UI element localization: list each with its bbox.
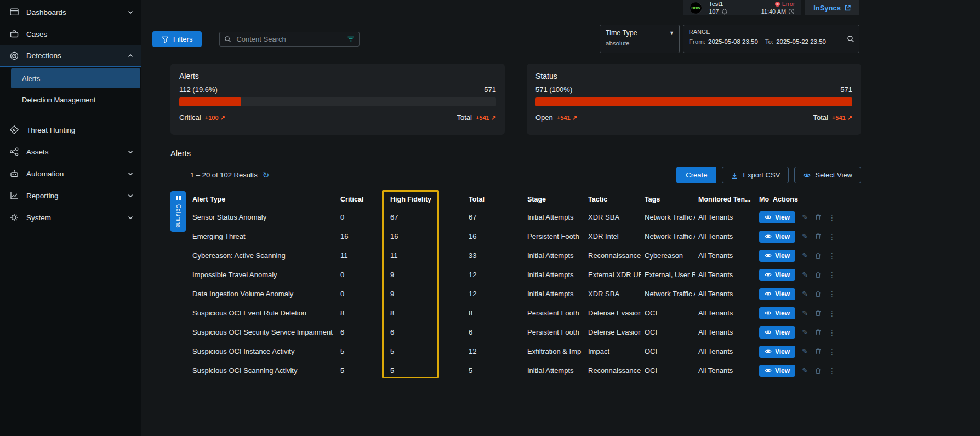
refresh-icon[interactable]: ↻ <box>263 170 270 180</box>
sidebar-item-cases[interactable]: Cases <box>0 23 141 45</box>
content-search[interactable] <box>219 32 360 47</box>
from-value[interactable]: 2025-05-08 23:50 <box>708 38 758 45</box>
chevron-down-icon[interactable] <box>127 170 134 177</box>
chevron-down-icon[interactable] <box>127 148 134 155</box>
time-range[interactable]: RANGE From: 2025-05-08 23:50 To: 2025-05… <box>683 25 859 53</box>
col-header-high-fidelity[interactable]: High Fidelity <box>387 196 465 203</box>
view-button[interactable]: View <box>759 211 795 223</box>
more-icon[interactable]: ⋮ <box>828 233 836 240</box>
cell-tags: Network Traffic A <box>641 213 695 221</box>
more-icon[interactable]: ⋮ <box>828 348 836 355</box>
table-row[interactable]: Emerging Threat 16 16 16 Persistent Foot… <box>189 227 861 246</box>
chevron-down-icon[interactable] <box>127 9 134 15</box>
sidebar-item-threat-hunting[interactable]: Threat Hunting <box>0 119 141 141</box>
edit-icon[interactable]: ✎ <box>802 233 808 240</box>
filters-button[interactable]: Filters <box>152 31 202 47</box>
cell-stage: Initial Attempts <box>524 366 585 375</box>
delete-icon[interactable] <box>814 271 822 278</box>
filter-lines-icon[interactable] <box>347 35 355 43</box>
export-csv-button[interactable]: Export CSV <box>722 167 789 183</box>
cell-tags: External, User B <box>641 271 695 279</box>
col-header-stage[interactable]: Stage <box>524 196 585 203</box>
cell-stage: Persistent Footh <box>524 309 585 317</box>
sidebar-item-label: Assets <box>26 148 49 156</box>
table-row[interactable]: Cybereason: Active Scanning 11 11 33 Ini… <box>189 246 861 265</box>
sidebar-item-alerts[interactable]: Alerts <box>11 68 140 88</box>
more-icon[interactable]: ⋮ <box>828 367 836 375</box>
user-widget[interactable]: now Test1 107 Error <box>683 0 801 15</box>
view-button[interactable]: View <box>759 250 795 262</box>
view-button[interactable]: View <box>759 326 795 339</box>
col-header-mo[interactable]: Mo <box>756 196 770 203</box>
table-row[interactable]: Suspicious OCI Scanning Activity 5 5 5 I… <box>189 361 861 380</box>
create-button[interactable]: Create <box>676 167 716 183</box>
table-row[interactable]: Impossible Travel Anomaly 0 9 12 Initial… <box>189 265 861 284</box>
select-view-button[interactable]: Select View <box>794 167 861 183</box>
delta-badge: +541 ↗ <box>832 114 852 121</box>
cell-alert-type: Suspicious OCI Event Rule Deletion <box>189 309 337 317</box>
table-row[interactable]: Data Ingestion Volume Anomaly 0 9 12 Ini… <box>189 284 861 303</box>
cell-stage: Initial Attempts <box>524 251 585 260</box>
table-row[interactable]: Suspicious OCI Security Service Impairme… <box>189 323 861 342</box>
col-header-monitored-tenants[interactable]: Monitored Ten... <box>695 196 756 203</box>
cell-high-fidelity: 9 <box>387 271 465 279</box>
delete-icon[interactable] <box>814 252 822 259</box>
more-icon[interactable]: ⋮ <box>828 252 836 260</box>
edit-icon[interactable]: ✎ <box>802 252 808 259</box>
delete-icon[interactable] <box>814 290 822 297</box>
chevron-down-icon[interactable] <box>127 214 134 221</box>
sidebar-item-system[interactable]: System <box>0 206 141 228</box>
view-button[interactable]: View <box>759 231 795 243</box>
to-value[interactable]: 2025-05-22 23:50 <box>776 38 826 45</box>
table-row[interactable]: Sensor Status Anomaly 0 67 67 Initial At… <box>189 208 861 227</box>
col-header-alert-type[interactable]: Alert Type <box>189 196 337 203</box>
edit-icon[interactable]: ✎ <box>802 214 808 221</box>
col-header-critical[interactable]: Critical <box>337 196 387 203</box>
range-search-button[interactable] <box>842 25 859 53</box>
col-header-tactic[interactable]: Tactic <box>585 196 641 203</box>
table-body: Sensor Status Anomaly 0 67 67 Initial At… <box>189 208 861 380</box>
edit-icon[interactable]: ✎ <box>802 348 808 355</box>
insyncs-link[interactable]: InSyncs <box>805 0 859 15</box>
view-button[interactable]: View <box>759 365 795 377</box>
delete-icon[interactable] <box>814 309 822 317</box>
edit-icon[interactable]: ✎ <box>802 290 808 297</box>
more-icon[interactable]: ⋮ <box>828 329 836 336</box>
columns-button[interactable]: Columns <box>170 191 186 232</box>
sidebar-item-assets[interactable]: Assets <box>0 141 141 163</box>
briefcase-icon <box>9 29 19 39</box>
col-header-tags[interactable]: Tags <box>641 196 695 203</box>
sidebar-item-dashboards[interactable]: Dashboards <box>0 1 141 23</box>
delete-icon[interactable] <box>814 233 822 240</box>
view-button[interactable]: View <box>759 307 795 319</box>
edit-icon[interactable]: ✎ <box>802 309 808 317</box>
delete-icon[interactable] <box>814 214 822 221</box>
edit-icon[interactable]: ✎ <box>802 271 808 278</box>
sidebar-item-reporting[interactable]: Reporting <box>0 185 141 206</box>
edit-icon[interactable]: ✎ <box>802 329 808 336</box>
edit-icon[interactable]: ✎ <box>802 367 808 374</box>
notification-count[interactable]: 107 <box>709 8 727 15</box>
from-label: From: <box>689 38 705 45</box>
delete-icon[interactable] <box>814 367 822 374</box>
account-name[interactable]: Test1 <box>709 1 727 7</box>
delete-icon[interactable] <box>814 348 822 355</box>
table-row[interactable]: Suspicious OCI Instance Activity 5 5 12 … <box>189 342 861 361</box>
time-type-select[interactable]: Time Type absolute ▼ <box>600 25 680 53</box>
more-icon[interactable]: ⋮ <box>828 309 836 317</box>
sidebar-item-detections[interactable]: Detections <box>0 45 141 67</box>
table-row[interactable]: Suspicious OCI Event Rule Deletion 8 8 8… <box>189 303 861 323</box>
chevron-up-icon[interactable] <box>127 53 134 59</box>
more-icon[interactable]: ⋮ <box>828 290 836 298</box>
view-button[interactable]: View <box>759 346 795 358</box>
sidebar-item-detection-management[interactable]: Detection Management <box>11 90 140 110</box>
chevron-down-icon[interactable] <box>127 192 134 199</box>
delete-icon[interactable] <box>814 329 822 336</box>
more-icon[interactable]: ⋮ <box>828 214 836 221</box>
search-input[interactable] <box>235 35 343 44</box>
view-button[interactable]: View <box>759 269 795 281</box>
more-icon[interactable]: ⋮ <box>828 271 836 279</box>
view-button[interactable]: View <box>759 288 795 300</box>
col-header-total[interactable]: Total <box>465 196 524 203</box>
sidebar-item-automation[interactable]: Automation <box>0 163 141 185</box>
